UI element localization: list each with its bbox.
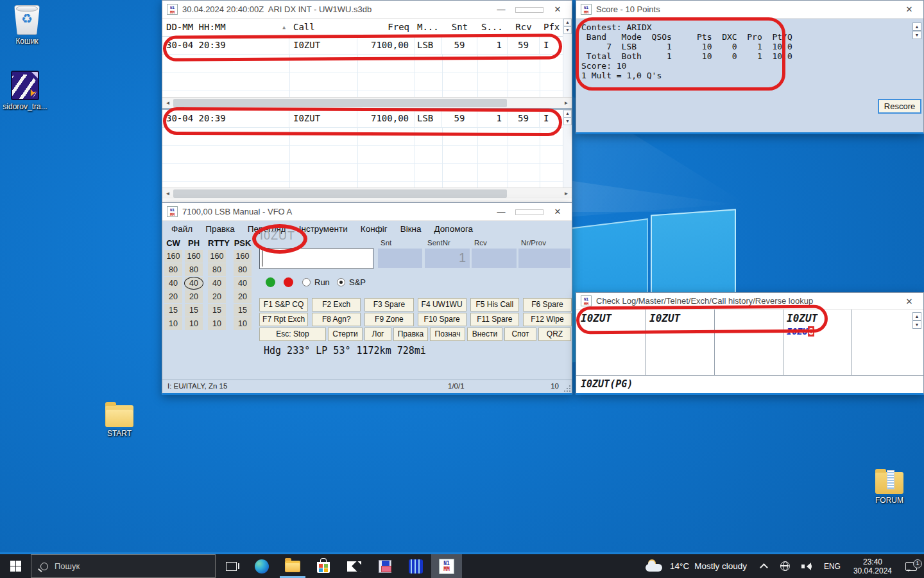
fkey-button[interactable]: F4 UW1WU: [418, 298, 466, 311]
sp-radio[interactable]: [337, 278, 345, 286]
check-column-log[interactable]: I0ZUT: [581, 312, 612, 324]
edit-button[interactable]: Правка: [393, 328, 428, 341]
log-col-header[interactable]: S...: [477, 19, 508, 36]
wipe-button[interactable]: Стерти: [328, 328, 363, 341]
band-button[interactable]: 20: [234, 290, 252, 303]
band-button[interactable]: 15: [164, 304, 182, 317]
log-col-header[interactable]: Snt: [442, 19, 477, 36]
run-radio-label[interactable]: Run: [314, 277, 330, 287]
desktop-icon-recycle-bin[interactable]: Кошик: [3, 5, 51, 46]
log-col-header[interactable]: Freq: [357, 19, 415, 36]
band-button[interactable]: 40: [208, 277, 226, 290]
speaker-icon[interactable]: [801, 562, 812, 571]
horizontal-scrollbar[interactable]: ◄ ►: [162, 188, 572, 198]
band-button[interactable]: 20: [208, 290, 226, 303]
rescore-button[interactable]: Rescore: [878, 99, 921, 114]
taskbar-search[interactable]: Пошук: [31, 554, 216, 578]
band-button[interactable]: 160: [234, 250, 252, 263]
taskbar-floppy-app[interactable]: [370, 554, 400, 578]
nrprov-field[interactable]: [518, 249, 570, 268]
fkey-button[interactable]: F9 Zone: [364, 313, 413, 326]
log-header-row[interactable]: DD-MM HH:MM▲ Call Freq M... Snt S... Rcv…: [162, 19, 572, 37]
scrollbar-thumb[interactable]: [173, 189, 507, 198]
taskbar-store[interactable]: [308, 554, 339, 578]
spot-button[interactable]: Спот: [504, 328, 536, 341]
band-button[interactable]: 20: [185, 290, 203, 303]
fkey-button[interactable]: F7 Rpt Exch: [259, 313, 308, 326]
log-qso-row[interactable]: 30-04 20:39 I0ZUT 7100,00 LSB 59 1 59 I: [162, 37, 572, 55]
band-button[interactable]: 80: [208, 263, 226, 276]
score-spinner[interactable]: ▲ ▼: [912, 22, 921, 39]
taskbar-archive-app[interactable]: [400, 554, 431, 578]
snt-field[interactable]: [378, 249, 422, 268]
menu-windows[interactable]: Вікна: [400, 224, 422, 234]
band-button[interactable]: 160: [185, 250, 203, 263]
log-col-header[interactable]: Call: [289, 19, 357, 36]
band-button[interactable]: 160: [164, 250, 182, 263]
callsign-input[interactable]: [259, 248, 373, 269]
store-button[interactable]: Внести: [467, 328, 502, 341]
menu-tools[interactable]: Інструменти: [299, 224, 348, 234]
band-button[interactable]: 160: [208, 250, 226, 263]
taskbar-explorer[interactable]: [277, 554, 308, 578]
fkey-button[interactable]: F12 Wipe: [523, 313, 572, 326]
minimize-button[interactable]: —: [487, 1, 515, 18]
band-button[interactable]: 10: [234, 317, 252, 330]
minimize-button[interactable]: —: [487, 203, 515, 220]
score-window-titlebar[interactable]: N1MM Score - 10 Points ✕: [576, 1, 923, 19]
check-spinner[interactable]: ▲ ▼: [912, 312, 921, 329]
start-button[interactable]: [0, 554, 31, 578]
log-button[interactable]: Лог: [364, 328, 391, 341]
log-col-header[interactable]: DD-MM HH:MM▲: [162, 19, 289, 36]
master-suggestion[interactable]: I0ZUG: [787, 326, 814, 337]
fkey-button[interactable]: F11 Spare: [470, 313, 519, 326]
desktop-icon-forum-folder[interactable]: FORUM: [865, 472, 914, 505]
taskbar-edge[interactable]: [246, 554, 277, 578]
language-indicator[interactable]: ENG: [817, 562, 847, 571]
close-button[interactable]: ✕: [895, 1, 923, 18]
check-column-exch[interactable]: I0ZUT: [787, 312, 817, 324]
taskbar-clock[interactable]: 23:40 30.04.2024: [847, 557, 898, 575]
menu-config[interactable]: Конфіг: [361, 224, 388, 234]
desktop-icon-start-folder[interactable]: START: [95, 405, 144, 438]
fkey-button[interactable]: F5 His Call: [470, 298, 519, 311]
fkey-button[interactable]: F6 Spare: [523, 298, 572, 311]
band-button[interactable]: 20: [164, 290, 182, 303]
band-button[interactable]: 40: [234, 277, 252, 290]
band-button[interactable]: 10: [208, 317, 226, 330]
log-qso-row[interactable]: 30-04 20:39 I0ZUT 7100,00 LSB 59 1 59 I: [162, 110, 572, 128]
band-button[interactable]: 15: [185, 304, 203, 317]
menu-help[interactable]: Допомога: [434, 224, 474, 234]
band-button[interactable]: 80: [185, 263, 203, 276]
task-view-button[interactable]: [216, 554, 246, 578]
taskbar-weather[interactable]: 14°C Mostly cloudy: [639, 559, 753, 574]
fkey-button[interactable]: F1 S&P CQ: [259, 298, 308, 311]
log-window-titlebar[interactable]: N1MM 30.04.2024 20:40:00Z ARI DX INT - U…: [162, 1, 572, 19]
band-button[interactable]: 15: [234, 304, 252, 317]
vertical-scrollbar[interactable]: ▲ ▼: [563, 110, 572, 188]
fkey-button[interactable]: F8 Agn?: [312, 313, 361, 326]
sentnr-field[interactable]: 1: [425, 249, 470, 268]
close-button[interactable]: ✕: [543, 1, 572, 18]
maximize-button[interactable]: [515, 1, 543, 18]
check-window-titlebar[interactable]: N1MM Check Log/Master/Telnet/Exch/Call h…: [576, 293, 923, 310]
close-button[interactable]: ✕: [543, 203, 572, 220]
entry-window-titlebar[interactable]: N1MM 7100,00 LSB Manual - VFO A — ✕: [162, 203, 572, 221]
desktop-icon-sidorov-file[interactable]: sidorov_tra...: [1, 71, 49, 111]
mark-button[interactable]: Познач: [430, 328, 465, 341]
esc-stop-button[interactable]: Esc: Stop: [259, 328, 326, 341]
maximize-button[interactable]: [515, 203, 543, 220]
close-button[interactable]: ✕: [895, 293, 923, 309]
tray-chevron-icon[interactable]: [760, 563, 768, 572]
sp-radio-label[interactable]: S&P: [349, 277, 366, 287]
run-radio[interactable]: [302, 278, 311, 286]
log-col-header[interactable]: Rcv: [508, 19, 540, 36]
fkey-button[interactable]: F2 Exch: [312, 298, 361, 311]
band-button-selected[interactable]: 40: [185, 277, 203, 290]
fkey-button[interactable]: F3 Spare: [364, 298, 413, 311]
band-button[interactable]: 15: [208, 304, 226, 317]
scrollbar-thumb[interactable]: [173, 99, 507, 107]
taskbar-n1mm-active[interactable]: N1MM: [431, 554, 462, 578]
band-button[interactable]: 10: [185, 317, 203, 330]
rcv-field[interactable]: [472, 249, 517, 268]
